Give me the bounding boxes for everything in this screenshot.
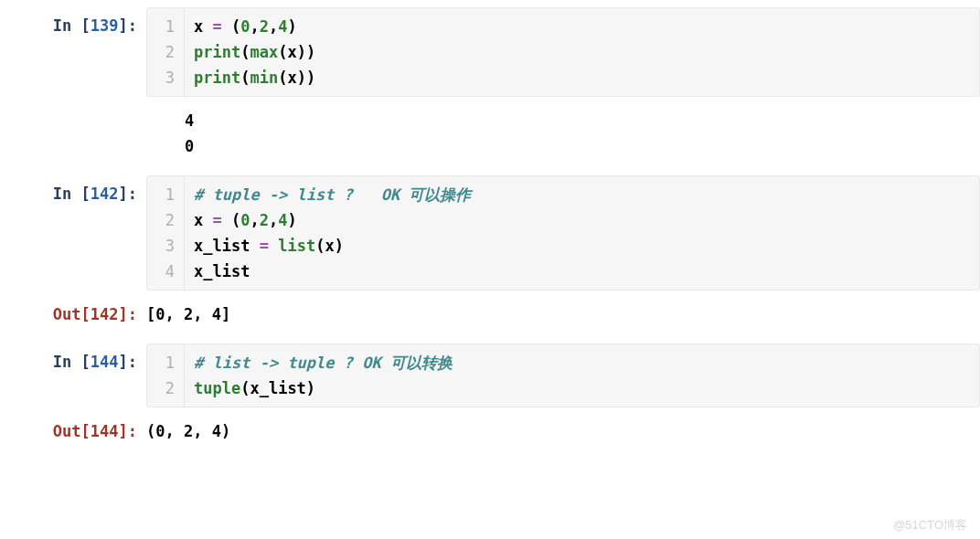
code-line[interactable]: tuple(x_list) (194, 375, 453, 401)
stdout-text: 4 0 (146, 102, 980, 163)
input-prompt: In [139]: (0, 7, 146, 38)
stream-output: 4 0 (146, 102, 980, 163)
code-line[interactable]: # tuple -> list ? OK 可以操作 (194, 182, 471, 207)
code-line[interactable]: # list -> tuple ? OK 可以转换 (194, 350, 453, 375)
output-prompt: Out[144]: (0, 413, 146, 444)
line-number-gutter: 1 2 3 (147, 8, 185, 96)
code-input-area[interactable]: 1 2 3 x = (0,2,4) print(max(x)) print(mi… (146, 7, 980, 97)
code-lines[interactable]: # tuple -> list ? OK 可以操作 x = (0,2,4) x_… (185, 176, 480, 290)
cell-body: 1 2 # list -> tuple ? OK 可以转换 tuple(x_li… (146, 343, 980, 407)
code-line[interactable]: x_list = list(x) (194, 233, 471, 259)
code-line[interactable]: x = (0,2,4) (194, 207, 471, 233)
execute-result: [0, 2, 4] (146, 296, 980, 331)
code-input-area[interactable]: 1 2 3 4 # tuple -> list ? OK 可以操作 x = (0… (146, 175, 980, 291)
line-number-gutter: 1 2 (147, 344, 185, 407)
notebook-cell: In [144]: 1 2 # list -> tuple ? OK 可以转换 … (0, 343, 980, 407)
line-number-gutter: 1 2 3 4 (147, 176, 185, 290)
empty-prompt (0, 102, 146, 108)
result-text: (0, 2, 4) (146, 413, 980, 448)
notebook-cell: In [142]: 1 2 3 4 # tuple -> list ? OK 可… (0, 175, 980, 291)
code-input-area[interactable]: 1 2 # list -> tuple ? OK 可以转换 tuple(x_li… (146, 343, 980, 407)
result-text: [0, 2, 4] (146, 296, 980, 331)
output-prompt: Out[142]: (0, 296, 146, 327)
code-line[interactable]: x = (0,2,4) (194, 14, 315, 39)
notebook-cell: In [139]: 1 2 3 x = (0,2,4) print(max(x)… (0, 7, 980, 97)
notebook-output-row: Out[144]: (0, 2, 4) (0, 413, 980, 448)
notebook-output-row: 4 0 (0, 102, 980, 163)
code-line[interactable]: print(min(x)) (194, 65, 315, 90)
input-prompt: In [142]: (0, 175, 146, 206)
cell-body: 1 2 3 x = (0,2,4) print(max(x)) print(mi… (146, 7, 980, 97)
code-line[interactable]: print(max(x)) (194, 39, 315, 65)
cell-body: 1 2 3 4 # tuple -> list ? OK 可以操作 x = (0… (146, 175, 980, 291)
code-lines[interactable]: x = (0,2,4) print(max(x)) print(min(x)) (185, 8, 325, 96)
code-line[interactable]: x_list (194, 259, 471, 284)
execute-result: (0, 2, 4) (146, 413, 980, 448)
notebook-output-row: Out[142]: [0, 2, 4] (0, 296, 980, 331)
input-prompt: In [144]: (0, 343, 146, 375)
code-lines[interactable]: # list -> tuple ? OK 可以转换 tuple(x_list) (185, 344, 462, 407)
